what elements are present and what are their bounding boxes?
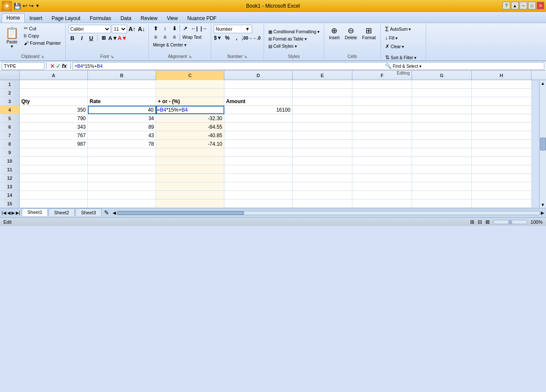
cell-G11[interactable] [412,165,472,174]
tab-data[interactable]: Data [116,13,136,23]
restore-btn[interactable]: □ [528,2,536,9]
cell-A5[interactable]: 790 [20,114,88,123]
sheet-prev-btn[interactable]: ◀ [7,210,11,215]
cell-H1[interactable] [472,80,531,89]
cell-E2[interactable] [293,89,352,97]
cell-C14[interactable] [156,191,224,199]
cell-C7[interactable]: -40.85 [156,131,224,140]
cell-B9[interactable] [88,148,156,157]
cell-C3[interactable]: + or - (%) ▼ [156,97,224,106]
number-expand-icon[interactable]: ↘ [244,54,247,59]
undo-btn[interactable]: ↩ [23,3,27,9]
cell-H9[interactable] [472,148,531,157]
cell-D2[interactable] [224,89,293,97]
cell-G5[interactable] [412,114,472,123]
cell-D12[interactable] [224,174,293,182]
insert-button[interactable]: ⊕ Insert [327,25,342,41]
vertical-scrollbar[interactable]: ▲ ▼ [539,80,546,208]
scroll-up-btn[interactable]: ▲ [540,80,546,86]
cell-C15[interactable] [156,199,224,208]
cell-H7[interactable] [472,131,531,140]
sheet-tab-sheet1[interactable]: Sheet1 [22,208,48,216]
cell-H2[interactable] [472,89,531,97]
hscroll-right-btn[interactable]: ▶ [541,210,544,215]
cell-B13[interactable] [88,182,156,191]
font-family-selector[interactable]: Calibri [68,25,111,33]
cell-B4[interactable]: 40 [88,106,156,114]
cell-E7[interactable] [293,131,352,140]
cell-H6[interactable] [472,123,531,131]
cell-G13[interactable] [412,182,472,191]
cell-C2[interactable] [156,89,224,97]
cell-G3[interactable] [412,97,472,106]
tab-insert[interactable]: Insert [25,13,47,23]
cell-B6[interactable]: 89 [88,123,156,131]
cell-B12[interactable] [88,174,156,182]
cell-B5[interactable]: 34 [88,114,156,123]
zoom-slider[interactable] [493,220,527,224]
bold-button[interactable]: B [68,34,77,42]
hscroll-thumb[interactable] [117,211,244,215]
cell-B15[interactable] [88,199,156,208]
align-middle-btn[interactable]: ↕ [161,25,169,32]
row-header-11[interactable]: 11 [0,165,19,174]
cell-G12[interactable] [412,174,472,182]
alignment-expand-icon[interactable]: ↘ [188,54,192,59]
cell-H4[interactable] [472,106,531,114]
fill-button[interactable]: ↓ Fill ▾ [383,34,400,42]
cell-A3[interactable]: Qty [20,97,88,106]
cell-F1[interactable] [352,80,412,89]
cell-G15[interactable] [412,199,472,208]
cell-G1[interactable] [412,80,472,89]
formula-input[interactable]: =B4*15%+B4 [73,62,544,70]
cell-H5[interactable] [472,114,531,123]
align-left-btn[interactable]: ≡ [151,33,160,41]
row-header-2[interactable]: 2 [0,89,19,97]
cell-E5[interactable] [293,114,352,123]
copy-button[interactable]: ⎘ Copy [22,32,63,39]
cell-A8[interactable]: 987 [20,140,88,148]
clipboard-expand-icon[interactable]: ↘ [41,54,44,59]
hscroll-left-btn[interactable]: ◀ [113,210,116,215]
cell-H13[interactable] [472,182,531,191]
cell-E9[interactable] [293,148,352,157]
cell-A12[interactable] [20,174,88,182]
cell-G4[interactable] [412,106,472,114]
cell-F3[interactable] [352,97,412,106]
cell-B11[interactable] [88,165,156,174]
cell-C4[interactable]: =B4*15%+B4 [156,106,224,114]
cell-D8[interactable] [224,140,293,148]
horizontal-scrollbar[interactable]: ◀ ▶ [111,208,546,217]
insert-function-btn[interactable]: fx [62,63,67,69]
cell-F12[interactable] [352,174,412,182]
cell-E13[interactable] [293,182,352,191]
cell-A13[interactable] [20,182,88,191]
cell-H3[interactable] [472,97,531,106]
format-button[interactable]: ⊞ Format [360,25,378,41]
col-header-A[interactable]: A [20,71,88,80]
cell-D15[interactable] [224,199,293,208]
row-header-4[interactable]: 4 [0,106,19,114]
tab-formulas[interactable]: Formulas [85,13,116,23]
cell-B7[interactable]: 43 [88,131,156,140]
cell-C12[interactable] [156,174,224,182]
page-break-btn[interactable]: ⊠ [485,219,490,225]
cell-A11[interactable] [20,165,88,174]
wrap-text-button[interactable]: Wrap Text [181,34,203,40]
decrease-decimal-btn[interactable]: ←.0 [253,34,261,42]
name-box[interactable] [2,62,44,70]
row-header-8[interactable]: 8 [0,140,19,148]
row-header-13[interactable]: 13 [0,182,19,191]
find-select-button[interactable]: 🔍 Find & Select ▾ [383,62,423,70]
cell-E8[interactable] [293,140,352,148]
cell-F5[interactable] [352,114,412,123]
redo-btn[interactable]: ↪ [29,3,34,9]
cell-styles-button[interactable]: ▤ Cell Styles ▾ [267,43,299,49]
office-logo[interactable]: ✦ [2,1,12,11]
tab-nuance-pdf[interactable]: Nuance PDF [183,13,221,23]
cut-button[interactable]: ✂ Cut [22,25,63,32]
cell-A4[interactable]: 350 [20,106,88,114]
cell-G14[interactable] [412,191,472,199]
cell-E10[interactable] [293,157,352,165]
cell-C8[interactable]: -74.10 [156,140,224,148]
